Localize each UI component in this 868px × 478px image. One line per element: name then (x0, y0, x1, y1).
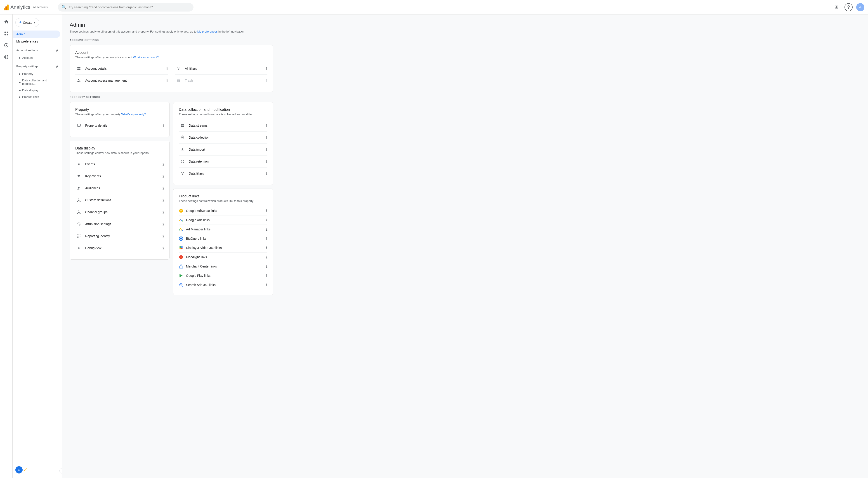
my-preferences-link[interactable]: My preferences (197, 30, 218, 33)
whats-account-link[interactable]: What's an account? (133, 56, 159, 59)
property-card: Property These settings affect your prop… (70, 102, 169, 137)
nav-home-button[interactable] (1, 16, 12, 27)
search-ads-360-help-icon[interactable]: ℹ (266, 283, 268, 287)
sidebar-section-account-settings[interactable]: Account settings ∧ (13, 46, 62, 55)
all-filters-item[interactable]: All filters ℹ (175, 63, 268, 74)
property-settings-label: Property settings (16, 65, 38, 68)
sidebar-collapse-button[interactable]: ‹ (59, 468, 62, 474)
account-access-help-icon[interactable]: ℹ (166, 79, 168, 83)
custom-definitions-item[interactable]: Custom definitions ℹ (75, 194, 164, 206)
account-card: Account These settings affect your analy… (70, 45, 273, 92)
property-card-subtitle: These settings affect your property What… (75, 113, 164, 116)
property-details-item[interactable]: Property details ℹ (75, 120, 164, 131)
data-import-help-icon[interactable]: ℹ (266, 147, 268, 152)
audiences-label: Audiences (85, 186, 162, 190)
sidebar-item-data-collection[interactable]: ▶ Data collection and modifica... (13, 77, 60, 87)
google-ads-help-icon[interactable]: ℹ (266, 218, 268, 222)
floodlight-help-icon[interactable]: ℹ (266, 255, 268, 259)
trash-help-icon[interactable]: ℹ (266, 79, 268, 83)
custom-definitions-label: Custom definitions (85, 198, 162, 202)
property-details-help-icon[interactable]: ℹ (162, 123, 164, 128)
dv360-links-item[interactable]: Display & Video 360 links ℹ (179, 243, 268, 252)
account-access-item[interactable]: Account access management ℹ (75, 74, 168, 86)
nav-explore-button[interactable] (1, 40, 12, 51)
bigquery-help-icon[interactable]: ℹ (266, 237, 268, 241)
sidebar-item-my-preferences[interactable]: My preferences (13, 38, 60, 45)
channel-groups-help-icon[interactable]: ℹ (162, 210, 164, 214)
events-help-icon[interactable]: ℹ (162, 162, 164, 167)
account-details-help-icon[interactable]: ℹ (166, 66, 168, 71)
adsense-help-icon[interactable]: ℹ (266, 209, 268, 213)
sidebar: + Create ▾ Admin My preferences Account … (13, 14, 62, 478)
data-retention-item[interactable]: Data retention ℹ (179, 155, 268, 168)
events-item[interactable]: Events ℹ (75, 158, 164, 170)
svg-point-7 (5, 56, 7, 58)
dv360-help-icon[interactable]: ℹ (266, 246, 268, 250)
google-play-links-item[interactable]: Google Play links ℹ (179, 271, 268, 280)
data-collection-arrow-icon: ▶ (19, 81, 21, 84)
sidebar-item-data-display[interactable]: ▶ Data display (13, 87, 60, 94)
create-button[interactable]: + Create ▾ (16, 18, 39, 27)
sidebar-item-admin-label: Admin (16, 32, 25, 36)
property-settings-collapse-icon: ∧ (56, 64, 59, 69)
app-title: Analytics (10, 4, 30, 10)
sidebar-item-property[interactable]: ▶ Property (13, 70, 60, 77)
reporting-identity-item[interactable]: Reporting identity ℹ (75, 230, 164, 242)
avatar[interactable]: A (856, 3, 864, 11)
whats-property-link[interactable]: What's a property? (121, 113, 146, 116)
adsense-links-item[interactable]: Google AdSense links ℹ (179, 206, 268, 215)
merchant-center-links-item[interactable]: Merchant Center links ℹ (179, 262, 268, 271)
data-import-item[interactable]: Data import ℹ (179, 144, 268, 155)
avatar-letter: A (856, 3, 864, 11)
audiences-help-icon[interactable]: ℹ (162, 186, 164, 190)
page-subtitle-end: in the left navigation. (218, 30, 245, 33)
svg-rect-30 (77, 237, 78, 238)
data-collection-help-icon[interactable]: ℹ (266, 136, 268, 140)
google-ads-links-item[interactable]: Google Ads links ℹ (179, 215, 268, 225)
merchant-center-help-icon[interactable]: ℹ (266, 264, 268, 269)
grid-icon-button[interactable]: ⊞ (832, 3, 841, 12)
data-streams-help-icon[interactable]: ℹ (266, 123, 268, 128)
nav-advertising-button[interactable] (1, 52, 12, 62)
data-retention-help-icon[interactable]: ℹ (266, 159, 268, 164)
trash-item[interactable]: Trash ℹ (175, 74, 268, 86)
bigquery-links-item[interactable]: BigQuery links ℹ (179, 234, 268, 243)
data-collection-icon (179, 134, 186, 141)
data-filters-help-icon[interactable]: ℹ (266, 171, 268, 176)
nav-reports-button[interactable] (1, 28, 12, 39)
account-details-item[interactable]: Account details ℹ (75, 63, 168, 74)
advertising-icon (4, 55, 9, 59)
reporting-identity-help-icon[interactable]: ℹ (162, 234, 164, 238)
all-accounts-selector[interactable]: All accounts (33, 6, 48, 9)
channel-groups-item[interactable]: Channel groups ℹ (75, 206, 164, 218)
svg-point-40 (181, 248, 183, 249)
floodlight-links-item[interactable]: Floodlight links ℹ (179, 252, 268, 262)
ad-manager-links-item[interactable]: Ad Manager links ℹ (179, 225, 268, 234)
data-streams-item[interactable]: Data streams ℹ (179, 120, 268, 131)
search-input[interactable] (69, 5, 190, 9)
attribution-settings-item[interactable]: Attribution settings ℹ (75, 218, 164, 230)
sidebar-section-property-settings[interactable]: Property settings ∧ (13, 62, 62, 70)
ad-manager-help-icon[interactable]: ℹ (266, 227, 268, 232)
google-play-help-icon[interactable]: ℹ (266, 274, 268, 278)
attribution-settings-help-icon[interactable]: ℹ (162, 222, 164, 226)
debugview-help-icon[interactable]: ℹ (162, 246, 164, 250)
help-icon-button[interactable]: ? (844, 3, 852, 11)
sidebar-item-account[interactable]: ▶ Account (13, 55, 60, 61)
data-filters-item[interactable]: Data filters ℹ (179, 168, 268, 179)
sidebar-item-admin[interactable]: Admin (13, 31, 60, 38)
data-collection-item[interactable]: Data collection ℹ (179, 131, 268, 144)
debugview-item[interactable]: DebugView ℹ (75, 242, 164, 254)
svg-rect-29 (80, 236, 81, 237)
google-play-icon (179, 273, 183, 278)
settings-gear-button[interactable]: ⚙ (16, 466, 23, 474)
audiences-item[interactable]: Audiences ℹ (75, 182, 164, 194)
key-events-help-icon[interactable]: ℹ (162, 174, 164, 178)
search-ads-360-links-item[interactable]: Search Ads 360 links ℹ (179, 280, 268, 290)
all-filters-help-icon[interactable]: ℹ (266, 66, 268, 71)
sidebar-item-product-links[interactable]: ▶ Product links (13, 94, 60, 100)
custom-definitions-help-icon[interactable]: ℹ (162, 198, 164, 202)
account-right-items: All filters ℹ Trash ℹ (175, 63, 268, 86)
data-retention-label: Data retention (189, 160, 266, 163)
key-events-item[interactable]: Key events ℹ (75, 170, 164, 182)
